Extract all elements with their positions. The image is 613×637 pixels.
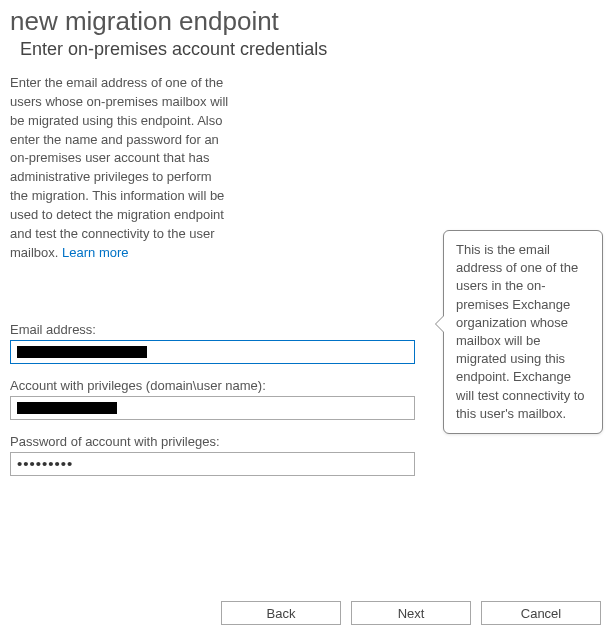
account-input[interactable]: [10, 396, 415, 420]
email-label: Email address:: [10, 322, 420, 337]
description-body: Enter the email address of one of the us…: [10, 75, 228, 260]
email-input[interactable]: [10, 340, 415, 364]
credentials-form: Email address: Account with privileges (…: [0, 262, 430, 476]
cancel-button[interactable]: Cancel: [481, 601, 601, 625]
account-label: Account with privileges (domain\user nam…: [10, 378, 420, 393]
redacted-account-value: [17, 402, 117, 414]
password-value: •••••••••: [17, 455, 73, 472]
page-subtitle: Enter on-premises account credentials: [0, 39, 613, 74]
redacted-email-value: [17, 346, 147, 358]
description-text: Enter the email address of one of the us…: [0, 74, 430, 262]
back-button[interactable]: Back: [221, 601, 341, 625]
tooltip-text: This is the email address of one of the …: [456, 242, 585, 421]
wizard-button-row: Back Next Cancel: [221, 601, 601, 625]
password-input[interactable]: •••••••••: [10, 452, 415, 476]
learn-more-link[interactable]: Learn more: [62, 245, 128, 260]
next-button[interactable]: Next: [351, 601, 471, 625]
page-title: new migration endpoint: [0, 0, 613, 39]
tooltip-arrow-icon: [435, 315, 444, 333]
password-label: Password of account with privileges:: [10, 434, 420, 449]
email-tooltip: This is the email address of one of the …: [443, 230, 603, 434]
